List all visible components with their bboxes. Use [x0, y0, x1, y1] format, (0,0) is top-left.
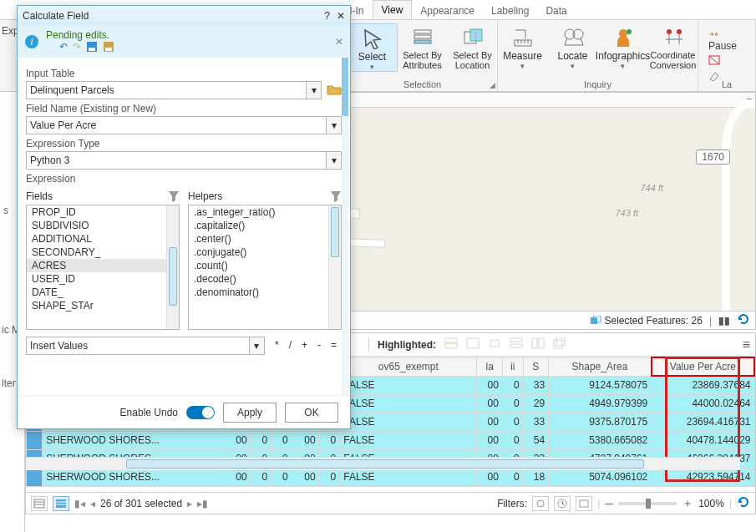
helpers-item[interactable]: .capitalize() [189, 219, 341, 232]
calculate-field-dialog: Calculate Field ? ✕ i Pending edits. ↶ ↷… [17, 5, 351, 429]
apply-button[interactable]: Apply [223, 403, 277, 423]
tab-data[interactable]: Data [537, 2, 575, 19]
pause-drawing-icon[interactable]: ▮▮ [718, 315, 730, 327]
tab-appearance[interactable]: Appearance [412, 2, 483, 19]
filter-extent-icon[interactable] [532, 496, 549, 511]
helpers-list[interactable]: .as_integer_ratio().capitalize().center(… [188, 205, 342, 330]
insert-values-field[interactable] [26, 337, 250, 355]
helpers-item[interactable]: .center() [189, 232, 341, 246]
close-icon[interactable]: ✕ [337, 10, 345, 22]
reselect-hl-icon[interactable] [531, 337, 545, 352]
filter-time-icon[interactable] [554, 496, 571, 511]
ok-button[interactable]: OK [285, 403, 338, 423]
fields-item[interactable]: SECONDARY_ [27, 246, 179, 259]
select-button[interactable]: Select ▾ [348, 23, 398, 72]
last-record-icon[interactable]: ▸▮ [197, 498, 208, 509]
browse-icon[interactable] [327, 83, 342, 99]
zoom-out-icon[interactable]: ─ [605, 497, 613, 510]
zoom-in-icon[interactable]: ＋ [682, 496, 693, 511]
show-selected-records-button[interactable] [53, 496, 69, 511]
info-icon: i [24, 34, 39, 49]
fields-item[interactable]: PROP_ID [27, 205, 179, 219]
coordinate-conversion-button[interactable]: Coordinate Conversion [648, 23, 698, 70]
select-by-attributes-button[interactable]: Select By Attributes [398, 23, 448, 70]
filter-icon[interactable] [168, 190, 180, 202]
helpers-item[interactable]: .denominator() [189, 286, 341, 299]
fields-item[interactable]: ADDITIONAL [27, 232, 179, 246]
op-multiply[interactable]: * [275, 339, 279, 351]
locate-button[interactable]: Locate▾ [548, 23, 598, 70]
select-by-location-button[interactable]: Select By Location [448, 23, 498, 70]
unselect-hl-icon[interactable] [510, 337, 523, 352]
expr-type-dropdown-icon[interactable]: ▾ [327, 151, 342, 170]
table-row[interactable]: SHERWOOD SHORES...0000000FALSE000545380.… [27, 431, 755, 449]
banner-close-icon[interactable]: ✕ [335, 36, 343, 48]
svg-rect-4 [470, 29, 482, 41]
helpers-item[interactable]: .decode() [189, 272, 341, 286]
helpers-item[interactable]: .as_integer_ratio() [189, 205, 341, 219]
input-table-field[interactable] [26, 81, 307, 99]
dialog-titlebar[interactable]: Calculate Field ? ✕ [18, 6, 350, 26]
redo-icon[interactable]: ↷ [73, 41, 81, 55]
select-hl-icon[interactable] [444, 337, 458, 352]
measure-button[interactable]: Measure▾ [498, 23, 548, 70]
op-minus[interactable]: - [317, 339, 321, 351]
labeling-group-label: La [698, 79, 755, 89]
infographics-button[interactable]: Infographics▾ [598, 23, 648, 70]
column-header[interactable]: S [523, 357, 549, 376]
filter-icon[interactable] [330, 190, 342, 202]
lock-icon[interactable] [708, 55, 745, 68]
svg-rect-20 [105, 48, 112, 51]
op-equals[interactable]: = [331, 339, 337, 351]
first-record-icon[interactable]: ▮◂ [74, 498, 85, 509]
fields-item[interactable]: SHAPE_STAr [27, 299, 179, 312]
fields-item[interactable]: SUBDIVISIO [27, 219, 179, 232]
enable-undo-toggle[interactable] [186, 406, 215, 419]
help-icon[interactable]: ? [324, 10, 330, 22]
show-all-records-button[interactable] [31, 496, 48, 511]
helpers-item[interactable]: .count() [189, 259, 341, 272]
op-divide[interactable]: / [289, 339, 292, 351]
op-plus[interactable]: + [302, 339, 307, 351]
field-name-dropdown-icon[interactable]: ▾ [327, 116, 342, 134]
column-header[interactable]: Value Per Acre [652, 357, 754, 376]
input-table-dropdown-icon[interactable]: ▾ [307, 81, 322, 99]
pause-button[interactable]: Pause [708, 28, 745, 52]
fields-item[interactable]: ACRES [27, 259, 179, 272]
selection-launcher-icon[interactable]: ◢ [490, 81, 495, 89]
elev-label: 744 ft [640, 183, 663, 193]
svg-point-10 [667, 29, 672, 34]
discard-edits-icon[interactable] [103, 41, 114, 55]
fields-item[interactable]: DATE_ [27, 286, 179, 299]
filter-range-icon[interactable] [576, 496, 592, 511]
column-header[interactable]: ii [502, 357, 523, 376]
refresh-icon[interactable] [737, 312, 750, 328]
undo-icon[interactable]: ↶ [59, 41, 68, 55]
next-record-icon[interactable]: ▸ [187, 498, 192, 509]
column-header[interactable]: ov65_exempt [340, 357, 477, 376]
tab-labeling[interactable]: Labeling [483, 2, 537, 19]
field-name-field[interactable] [26, 116, 327, 134]
prev-record-icon[interactable]: ◂ [90, 498, 95, 509]
copy-hl-icon[interactable] [553, 337, 566, 352]
elev-label: 743 ft [615, 208, 638, 218]
insert-values-dropdown-icon[interactable]: ▾ [250, 337, 265, 355]
table-menu-icon[interactable]: ≡ [743, 337, 750, 352]
svg-rect-5 [515, 40, 531, 46]
zoom-hl-icon[interactable] [466, 337, 479, 352]
table-row[interactable]: SHERWOOD SHORES...0000000FALSE000185074.… [27, 468, 755, 486]
column-header[interactable]: Shape_Area [549, 357, 652, 376]
horizontal-scrollbar[interactable] [26, 457, 740, 470]
svg-rect-23 [467, 338, 479, 348]
tab-view[interactable]: View [373, 0, 413, 19]
table-refresh-icon[interactable] [737, 495, 750, 511]
fields-item[interactable]: USER_ID [27, 272, 179, 286]
pan-hl-icon[interactable] [488, 337, 501, 352]
expr-type-field[interactable] [26, 151, 327, 170]
save-edits-icon[interactable] [86, 41, 98, 55]
fields-list[interactable]: PROP_IDSUBDIVISIOADDITIONALSECONDARY_ACR… [26, 205, 180, 330]
helpers-item[interactable]: .conjugate() [189, 246, 341, 259]
selected-features-label[interactable]: Selected Features: 26 [590, 315, 703, 327]
column-header[interactable]: la [477, 357, 503, 376]
svg-rect-29 [554, 340, 562, 348]
